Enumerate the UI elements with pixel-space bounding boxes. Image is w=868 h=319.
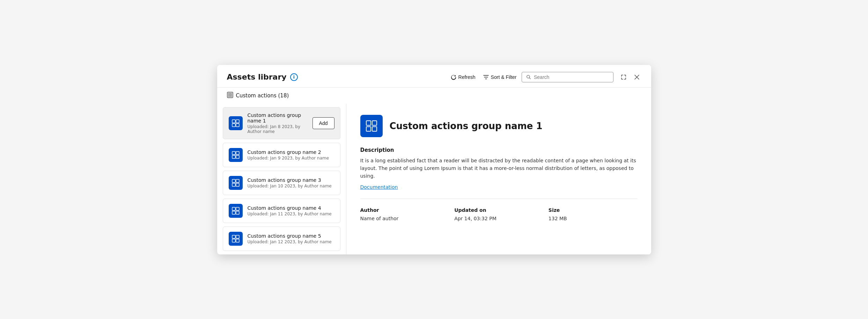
list-item[interactable]: Custom actions group name 3 Uploaded: Ja… [223,171,340,195]
svg-rect-21 [236,211,239,214]
description-section-title: Description [360,147,637,153]
svg-rect-22 [232,235,235,238]
detail-divider [360,199,637,199]
svg-rect-18 [232,207,235,210]
search-input[interactable] [534,74,609,80]
assets-library-modal: Assets library i Refresh Sort & Filter [217,65,651,254]
svg-rect-2 [228,93,230,95]
item-name: Custom actions group name 2 [248,149,329,155]
close-button[interactable] [632,73,641,82]
expand-icon [620,74,627,80]
author-value: Name of author [360,216,449,221]
item-icon [229,204,243,218]
item-meta: Uploaded: Jan 11 2023, by Author name [248,212,332,216]
author-label: Author [360,207,449,213]
svg-rect-29 [372,127,377,131]
svg-rect-9 [236,124,239,127]
svg-rect-16 [232,183,235,186]
svg-rect-28 [366,127,371,131]
svg-rect-15 [236,179,239,183]
subheader-title: Custom actions (18) [236,92,289,99]
sort-filter-label: Sort & Filter [491,74,517,80]
item-meta: Uploaded: Jan 12 2023, by Author name [248,239,332,244]
add-button[interactable]: Add [312,117,334,129]
list-item[interactable]: Custom actions group name 2 Uploaded: Ja… [223,143,340,167]
filter-icon [483,74,489,80]
item-name: Custom actions group name 1 [248,112,312,124]
detail-header: Custom actions group name 1 [360,115,637,137]
expand-button[interactable] [619,73,628,82]
svg-rect-7 [236,120,239,123]
svg-rect-23 [236,235,239,238]
search-icon [526,74,531,80]
size-label: Size [549,207,637,213]
info-icon[interactable]: i [290,73,298,81]
refresh-button[interactable]: Refresh [448,72,478,82]
svg-rect-4 [228,95,230,97]
item-meta: Uploaded: Jan 9 2023, by Author name [248,156,329,161]
svg-rect-1 [227,92,233,98]
svg-rect-19 [236,207,239,210]
item-name: Custom actions group name 3 [248,177,332,183]
svg-rect-12 [232,155,235,158]
svg-rect-3 [230,93,232,95]
search-box[interactable] [522,72,613,82]
detail-panel: Custom actions group name 1 Description … [346,104,651,254]
updated-column: Updated on Apr 14, 03:32 PM [454,207,543,221]
svg-rect-6 [232,120,235,123]
refresh-label: Refresh [458,74,476,80]
modal-title: Assets library [227,73,287,81]
svg-rect-10 [232,151,235,155]
modal-header: Assets library i Refresh Sort & Filter [217,65,651,88]
svg-rect-14 [232,179,235,183]
updated-value: Apr 14, 03:32 PM [454,216,543,221]
list-item[interactable]: Custom actions group name 1 Uploaded: Ja… [223,107,340,139]
list-item[interactable]: Custom actions group name 4 Uploaded: Ja… [223,199,340,223]
item-name: Custom actions group name 4 [248,205,332,211]
updated-label: Updated on [454,207,543,213]
title-area: Assets library i [227,73,298,81]
detail-meta-grid: Author Name of author Updated on Apr 14,… [360,207,637,221]
item-icon [229,176,243,190]
size-value: 132 MB [549,216,637,221]
toolbar-controls: Refresh Sort & Filter [448,72,613,82]
subheader: Custom actions (18) [217,88,651,104]
detail-title: Custom actions group name 1 [390,121,543,131]
refresh-icon [451,74,456,80]
svg-rect-26 [366,121,371,125]
svg-rect-27 [372,121,377,125]
item-icon [229,116,243,130]
svg-rect-5 [230,95,232,97]
svg-rect-25 [236,239,239,242]
svg-rect-11 [236,151,239,155]
custom-actions-icon [227,92,233,99]
svg-rect-20 [232,211,235,214]
item-icon [229,232,243,246]
sort-filter-button[interactable]: Sort & Filter [480,72,520,82]
item-icon [229,148,243,162]
svg-rect-13 [236,155,239,158]
item-name: Custom actions group name 5 [248,233,332,239]
documentation-link[interactable]: Documentation [360,184,398,190]
item-meta: Uploaded: Jan 8 2023, by Author name [248,124,312,134]
detail-item-icon [360,115,383,137]
item-meta: Uploaded: Jan 10 2023, by Author name [248,184,332,188]
window-controls [619,73,641,82]
list-item[interactable]: Custom actions group name 5 Uploaded: Ja… [223,227,340,251]
size-column: Size 132 MB [549,207,637,221]
author-column: Author Name of author [360,207,449,221]
svg-rect-17 [236,183,239,186]
list-panel: Custom actions group name 1 Uploaded: Ja… [217,104,346,254]
detail-description-text: It is a long established fact that a rea… [360,157,637,180]
close-icon [634,74,640,80]
modal-body: Custom actions group name 1 Uploaded: Ja… [217,104,651,254]
svg-rect-24 [232,239,235,242]
svg-rect-8 [232,124,235,127]
